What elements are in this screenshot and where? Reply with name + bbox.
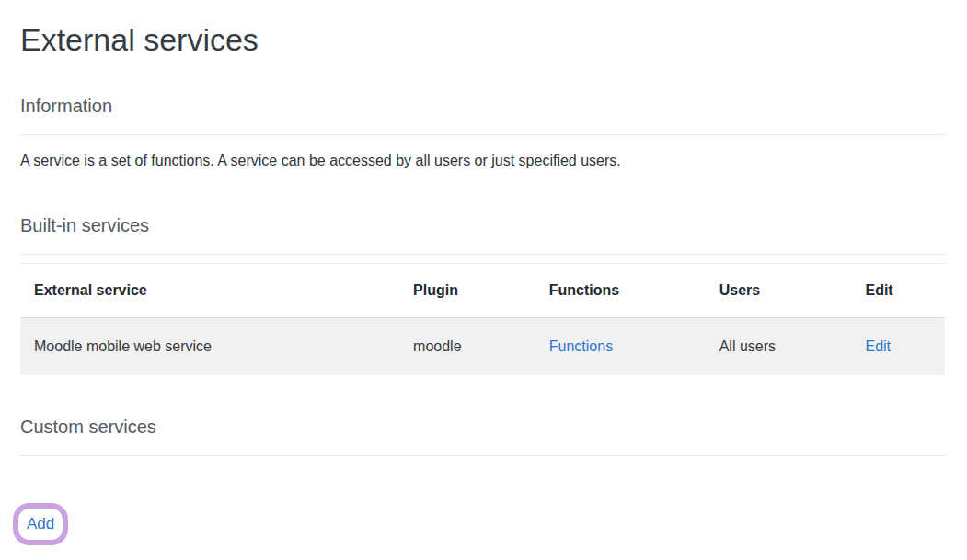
edit-link[interactable]: Edit [865,338,891,354]
column-header-edit: Edit [851,263,945,317]
section-divider [20,254,945,255]
column-header-plugin: Plugin [399,263,535,317]
column-header-functions: Functions [535,263,706,317]
column-header-users: Users [706,263,852,317]
section-heading-information: Information [20,95,945,117]
information-text: A service is a set of functions. A servi… [20,152,945,169]
column-header-external-service: External service [20,263,399,317]
add-link-highlight-annotation: Add [13,503,68,545]
add-service-link[interactable]: Add [27,515,54,532]
table-header-row: External service Plugin Functions Users … [20,263,945,317]
cell-plugin: moodle [399,317,535,375]
cell-service-name: Moodle mobile web service [20,317,399,375]
builtin-services-table: External service Plugin Functions Users … [20,263,945,375]
table-row: Moodle mobile web service moodle Functio… [20,317,945,375]
section-heading-custom-services: Custom services [20,416,945,438]
section-divider [20,134,945,135]
functions-link[interactable]: Functions [549,338,613,354]
cell-functions: Functions [535,317,706,375]
cell-edit: Edit [851,317,945,375]
section-divider [20,455,945,456]
external-services-page: External services Information A service … [0,20,967,560]
page-title: External services [20,20,945,60]
cell-users: All users [706,317,852,375]
section-heading-builtin-services: Built-in services [20,214,945,236]
